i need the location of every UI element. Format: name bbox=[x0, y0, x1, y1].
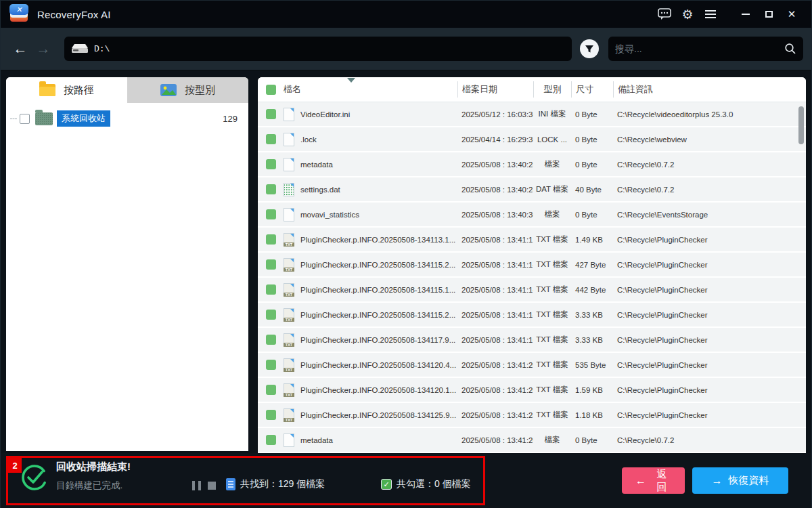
row-checkbox[interactable] bbox=[258, 209, 284, 219]
vertical-scrollbar[interactable] bbox=[798, 106, 804, 144]
row-checkbox[interactable] bbox=[258, 385, 284, 395]
file-type: 檔案 bbox=[533, 209, 571, 219]
file-name: movavi_statistics bbox=[300, 211, 359, 219]
table-row[interactable]: TXT PluginChecker.p.INFO.20250508-134120… bbox=[258, 353, 806, 378]
status-bar: 2 回收站掃描結束! 目錄構建已完成. 共找到：129 個檔案 ✓ 共勾選：0 … bbox=[1, 453, 811, 508]
path-bar[interactable]: D:\ bbox=[64, 37, 572, 61]
txt-badge-label: TXT bbox=[284, 242, 294, 247]
found-files-doc-icon bbox=[226, 478, 235, 490]
row-checkbox[interactable] bbox=[258, 134, 284, 144]
file-remark-path: C:\Recycle\webview bbox=[613, 135, 806, 144]
row-checkbox[interactable] bbox=[258, 109, 284, 119]
pause-icon[interactable] bbox=[192, 481, 201, 490]
tree-item-recycle-bin[interactable]: 系統回收站 129 bbox=[10, 110, 242, 127]
table-row[interactable]: TXT PluginChecker.p.INFO.20250508-134125… bbox=[258, 403, 806, 428]
nav-bar: ← → D:\ bbox=[1, 28, 811, 71]
file-name: PluginChecker.p.INFO.20250508-134120.4..… bbox=[300, 361, 456, 369]
file-type: TXT 檔案 bbox=[533, 335, 571, 345]
back-button[interactable]: ← 返回 bbox=[622, 467, 685, 494]
table-row[interactable]: VideoEditor.ini 2025/05/12 : 16:03:36 IN… bbox=[258, 102, 806, 127]
tree-item-checkbox[interactable] bbox=[20, 114, 30, 124]
file-type: LOCK ... bbox=[533, 135, 571, 144]
sidebar: 按路徑 按型別 系統回收站 129 bbox=[6, 77, 248, 451]
file-icon bbox=[284, 183, 294, 196]
file-date: 2025/05/08 : 13:41:20 bbox=[457, 436, 533, 444]
file-date: 2025/05/08 : 13:41:12 bbox=[457, 236, 533, 244]
file-name: PluginChecker.p.INFO.20250508-134113.1..… bbox=[300, 236, 455, 244]
table-row[interactable]: TXT PluginChecker.p.INFO.20250508-134115… bbox=[258, 253, 806, 278]
file-table-panel: 檔名 檔案日期 型別 尺寸 備註資訊 VideoEditor.ini 2025/… bbox=[258, 77, 806, 453]
minimize-button[interactable] bbox=[734, 5, 757, 24]
folder-icon bbox=[39, 84, 55, 96]
close-button[interactable]: ✕ bbox=[780, 5, 803, 24]
header-type[interactable]: 型別 bbox=[533, 81, 571, 98]
search-icon[interactable] bbox=[784, 43, 796, 55]
settings-gear-icon[interactable]: ⚙ bbox=[676, 5, 699, 24]
menu-icon[interactable] bbox=[699, 5, 722, 24]
scan-complete-check-icon bbox=[20, 463, 49, 492]
header-select-all-checkbox[interactable] bbox=[258, 85, 284, 95]
header-date[interactable]: 檔案日期 bbox=[457, 81, 533, 98]
folder-tree: 系統回收站 129 bbox=[6, 103, 248, 127]
row-checkbox[interactable] bbox=[258, 360, 284, 370]
tree-item-label[interactable]: 系統回收站 bbox=[57, 110, 110, 127]
table-row[interactable]: TXT PluginChecker.p.INFO.20250508-134113… bbox=[258, 228, 806, 253]
table-row[interactable]: TXT PluginChecker.p.INFO.20250508-134115… bbox=[258, 278, 806, 303]
row-checkbox[interactable] bbox=[258, 259, 284, 270]
header-remark[interactable]: 備註資訊 bbox=[613, 81, 806, 98]
file-date: 2025/05/08 : 13:41:20 bbox=[457, 386, 533, 394]
row-checkbox[interactable] bbox=[258, 335, 284, 345]
file-remark-path: C:\Recycle\0.7.2 bbox=[613, 186, 806, 194]
row-checkbox[interactable] bbox=[258, 184, 284, 194]
tab-by-type[interactable]: 按型別 bbox=[127, 77, 248, 103]
search-input[interactable] bbox=[615, 43, 784, 54]
header-size[interactable]: 尺寸 bbox=[571, 81, 613, 98]
recover-button-label: 恢復資料 bbox=[729, 474, 769, 487]
filter-button[interactable] bbox=[580, 39, 599, 58]
table-row[interactable]: .lock 2025/04/14 : 16:29:36 LOCK ... 0 B… bbox=[258, 127, 806, 152]
table-row[interactable]: metadata 2025/05/08 : 13:40:28 檔案 0 Byte… bbox=[258, 152, 806, 177]
recover-data-button[interactable]: → 恢復資料 bbox=[692, 467, 788, 494]
table-row[interactable]: movavi_statistics 2025/05/08 : 13:40:30 … bbox=[258, 203, 806, 228]
table-row[interactable]: TXT PluginChecker.p.INFO.20250508-134117… bbox=[258, 328, 806, 353]
file-remark-path: C:\Recycle\PluginChecker bbox=[613, 411, 806, 419]
table-row[interactable]: settings.dat 2025/05/08 : 13:40:28 DAT 檔… bbox=[258, 177, 806, 203]
file-name: PluginChecker.p.INFO.20250508-134115.2..… bbox=[300, 261, 455, 269]
table-row[interactable]: TXT PluginChecker.p.INFO.20250508-134115… bbox=[258, 303, 806, 328]
file-date: 2025/05/08 : 13:41:20 bbox=[457, 361, 533, 369]
file-date: 2025/05/12 : 16:03:36 bbox=[457, 110, 533, 119]
back-arrow-icon[interactable]: ← bbox=[9, 37, 32, 60]
file-name: metadata bbox=[300, 436, 333, 444]
stop-icon[interactable] bbox=[208, 482, 216, 490]
file-size: 427 Byte bbox=[571, 261, 613, 269]
row-checkbox[interactable] bbox=[258, 435, 284, 445]
file-type: TXT 檔案 bbox=[533, 234, 571, 245]
tab-by-path-label: 按路徑 bbox=[64, 84, 94, 97]
row-checkbox[interactable] bbox=[258, 310, 284, 320]
recycle-folder-icon bbox=[35, 112, 53, 125]
right-arrow-icon: → bbox=[712, 475, 723, 487]
header-name[interactable]: 檔名 bbox=[284, 83, 457, 96]
row-checkbox[interactable] bbox=[258, 159, 284, 169]
file-size: 442 Byte bbox=[571, 286, 613, 294]
file-type: TXT 檔案 bbox=[533, 259, 571, 270]
selected-files-count: 共勾選：0 個檔案 bbox=[397, 478, 471, 490]
current-path: D:\ bbox=[94, 44, 110, 54]
file-icon: TXT bbox=[284, 358, 294, 372]
table-row[interactable]: TXT PluginChecker.p.INFO.20250508-134120… bbox=[258, 378, 806, 403]
maximize-button[interactable] bbox=[757, 5, 780, 24]
row-checkbox[interactable] bbox=[258, 410, 284, 420]
file-remark-path: C:\Recycle\PluginChecker bbox=[613, 386, 806, 394]
app-logo-icon bbox=[9, 4, 29, 24]
file-name: PluginChecker.p.INFO.20250508-134120.1..… bbox=[300, 386, 456, 394]
feedback-chat-icon[interactable] bbox=[653, 5, 676, 24]
tab-by-path[interactable]: 按路徑 bbox=[6, 77, 127, 103]
table-row[interactable]: metadata 2025/05/08 : 13:41:20 檔案 0 Byte… bbox=[258, 428, 806, 453]
file-date: 2025/05/08 : 13:41:16 bbox=[457, 336, 533, 344]
file-name: settings.dat bbox=[300, 186, 340, 194]
sort-indicator-icon[interactable] bbox=[347, 78, 355, 83]
forward-arrow-icon[interactable]: → bbox=[32, 37, 55, 60]
row-checkbox[interactable] bbox=[258, 234, 284, 245]
table-body: VideoEditor.ini 2025/05/12 : 16:03:36 IN… bbox=[258, 102, 806, 453]
row-checkbox[interactable] bbox=[258, 284, 284, 295]
